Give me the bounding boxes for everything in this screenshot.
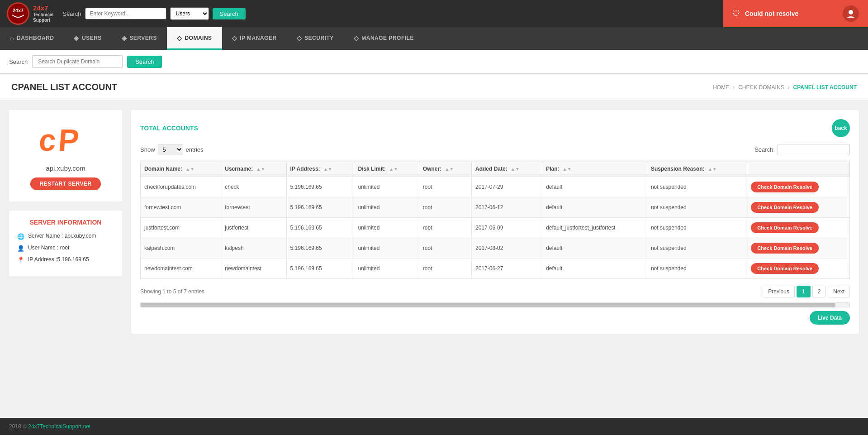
- search-bar-button[interactable]: Search: [127, 56, 162, 68]
- cell-owner: root: [419, 177, 471, 197]
- table-row: fornewtest.com fornewtest 5.196.169.65 u…: [141, 197, 850, 218]
- cell-plan: default: [542, 197, 647, 218]
- nav-dashboard[interactable]: ⌂ DASHBOARD: [0, 27, 64, 50]
- server-ip-info: 📍 IP Address :5.196.169.65: [17, 256, 114, 264]
- svg-text:P: P: [57, 123, 81, 157]
- server-name-value: Server Name : api.xuby.com: [28, 233, 96, 239]
- header-search-button[interactable]: Search: [213, 8, 246, 19]
- footer-link[interactable]: 24x7TechnicalSupport.net: [28, 423, 90, 430]
- nav-manage-profile[interactable]: ◇ MANAGE PROFILE: [344, 27, 424, 50]
- col-disk[interactable]: Disk Limit: ▲▼: [354, 161, 419, 177]
- shield-alert-icon: 🛡: [732, 9, 740, 19]
- cell-action: Check Domain Resolve: [747, 177, 850, 197]
- table-search-input[interactable]: [778, 144, 850, 155]
- main-nav: ⌂ DASHBOARD ◈ USERS ◈ SERVERS ◇ DOMAINS …: [0, 27, 868, 50]
- footer: 2018 © 24x7TechnicalSupport.net: [0, 418, 868, 435]
- cell-username: kalpesh: [221, 238, 286, 259]
- breadcrumb-check-domains[interactable]: CHECK DOMAINS: [738, 84, 784, 91]
- server-info-title: SERVER INFORMATION: [17, 219, 114, 226]
- total-accounts-title: TOTAL ACCOUNTS: [140, 125, 198, 132]
- cell-owner: root: [419, 218, 471, 238]
- col-plan[interactable]: Plan: ▲▼: [542, 161, 647, 177]
- nav-ip-manager[interactable]: ◇ IP MANAGER: [222, 27, 287, 50]
- table-body: checkforupdates.com check 5.196.169.65 u…: [141, 177, 850, 279]
- header-alert: 🛡 Could not resolve: [723, 0, 868, 27]
- cell-plan: default: [542, 177, 647, 197]
- nav-servers[interactable]: ◈ SERVERS: [112, 27, 167, 50]
- cell-action: Check Domain Resolve: [747, 259, 850, 279]
- header: 24x7 24x7 TechnicalSupport Search Users …: [0, 0, 868, 27]
- check-domain-resolve-button[interactable]: Check Domain Resolve: [751, 222, 819, 233]
- globe-icon: 🌐: [17, 233, 24, 240]
- cell-disk: unlimited: [354, 177, 419, 197]
- users-icon: ◈: [74, 34, 79, 42]
- cpanel-logo: c P: [38, 121, 93, 158]
- domains-icon: ◇: [177, 34, 182, 42]
- logo-area: 24x7 24x7 TechnicalSupport: [7, 2, 53, 25]
- dashboard-icon: ⌂: [10, 34, 14, 42]
- header-search-select[interactable]: Users Domains Servers: [170, 7, 209, 20]
- pagination-previous[interactable]: Previous: [763, 286, 795, 297]
- check-domain-resolve-button[interactable]: Check Domain Resolve: [751, 243, 819, 254]
- table-section: TOTAL ACCOUNTS back Show 5 10 25 50 100 …: [131, 110, 859, 334]
- entries-label: entries: [186, 146, 204, 153]
- nav-dashboard-label: DASHBOARD: [17, 35, 54, 41]
- show-entries: Show 5 10 25 50 100 entries: [140, 144, 204, 155]
- page-header: CPANEL LIST ACCOUNT HOME › CHECK DOMAINS…: [0, 74, 868, 101]
- table-search: Search:: [754, 144, 850, 155]
- cell-domain: checkforupdates.com: [141, 177, 221, 197]
- server-name-info: 🌐 Server Name : api.xuby.com: [17, 233, 114, 240]
- domains-table: Domain Name: ▲▼ Username: ▲▼ IP Address:…: [140, 161, 850, 279]
- col-ip[interactable]: IP Address: ▲▼: [286, 161, 354, 177]
- cell-disk: unlimited: [354, 197, 419, 218]
- nav-ip-manager-label: IP MANAGER: [240, 35, 276, 41]
- breadcrumb-home[interactable]: HOME: [713, 84, 729, 91]
- cell-suspension: not suspended: [647, 238, 747, 259]
- server-name-display: api.xuby.com: [18, 164, 113, 172]
- cell-owner: root: [419, 259, 471, 279]
- pagination-next[interactable]: Next: [828, 286, 850, 297]
- svg-point-2: [849, 10, 853, 14]
- search-bar-input[interactable]: [32, 55, 123, 68]
- header-search-area: Search Users Domains Servers Search: [62, 7, 245, 20]
- page-title: CPANEL LIST ACCOUNT: [11, 82, 117, 92]
- scrollbar-thumb: [141, 303, 835, 307]
- nav-security[interactable]: ◇ SECURITY: [287, 27, 344, 50]
- table-search-label: Search:: [754, 146, 775, 153]
- security-icon: ◇: [297, 34, 302, 42]
- cell-username: fornewtest: [221, 197, 286, 218]
- nav-domains-label: DOMAINS: [185, 35, 212, 41]
- cell-suspension: not suspended: [647, 259, 747, 279]
- col-date[interactable]: Added Date: ▲▼: [472, 161, 542, 177]
- nav-users[interactable]: ◈ USERS: [64, 27, 111, 50]
- pagination-page-1[interactable]: 1: [797, 286, 811, 297]
- entries-select[interactable]: 5 10 25 50 100: [158, 144, 183, 155]
- table-controls: Show 5 10 25 50 100 entries Search:: [140, 144, 850, 155]
- header-search-label: Search: [62, 10, 81, 17]
- col-username[interactable]: Username: ▲▼: [221, 161, 286, 177]
- back-button[interactable]: back: [832, 119, 850, 137]
- check-domain-resolve-button[interactable]: Check Domain Resolve: [751, 182, 819, 192]
- table-row: kalpesh.com kalpesh 5.196.169.65 unlimit…: [141, 238, 850, 259]
- search-bar-label: Search: [9, 58, 28, 65]
- pagination-page-2[interactable]: 2: [812, 286, 826, 297]
- svg-text:c: c: [38, 123, 58, 157]
- check-domain-resolve-button[interactable]: Check Domain Resolve: [751, 263, 819, 274]
- table-header: Domain Name: ▲▼ Username: ▲▼ IP Address:…: [141, 161, 850, 177]
- cell-action: Check Domain Resolve: [747, 238, 850, 259]
- cell-domain: kalpesh.com: [141, 238, 221, 259]
- nav-domains[interactable]: ◇ DOMAINS: [167, 27, 222, 50]
- col-suspension[interactable]: Suspension Reason: ▲▼: [647, 161, 747, 177]
- check-domain-resolve-button[interactable]: Check Domain Resolve: [751, 202, 819, 213]
- profile-icon: ◇: [354, 34, 359, 42]
- live-data-button[interactable]: Live Data: [810, 311, 850, 325]
- cell-action: Check Domain Resolve: [747, 197, 850, 218]
- col-domain[interactable]: Domain Name: ▲▼: [141, 161, 221, 177]
- header-search-input[interactable]: [85, 8, 166, 19]
- cell-username: check: [221, 177, 286, 197]
- restart-server-button[interactable]: RESTART SERVER: [30, 177, 100, 190]
- col-owner[interactable]: Owner: ▲▼: [419, 161, 471, 177]
- horizontal-scrollbar[interactable]: [140, 302, 850, 307]
- cell-domain: newdomaintest.com: [141, 259, 221, 279]
- cell-date: 2017-06-09: [472, 218, 542, 238]
